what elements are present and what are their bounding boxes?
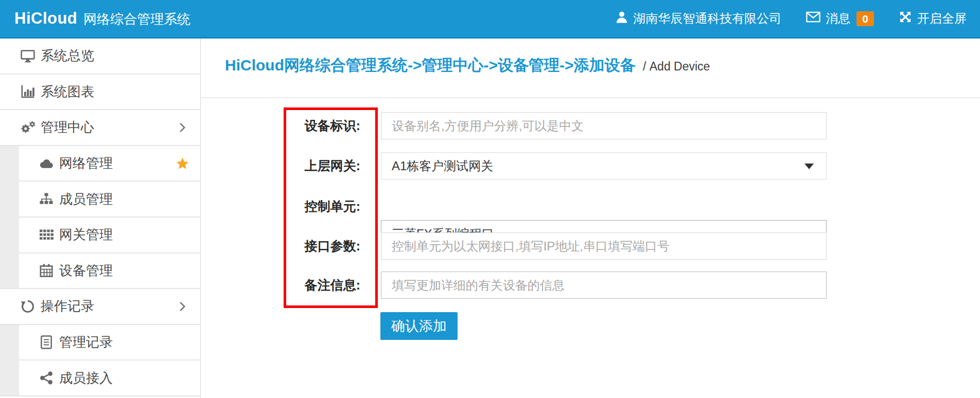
account-menu[interactable]: 湖南华辰智通科技有限公司 (616, 10, 781, 27)
device-id-input[interactable] (381, 112, 827, 139)
main-content: HiCloud网络综合管理系统->管理中心->设备管理->添加设备 / Add … (201, 39, 980, 398)
sidebar-item-label: 操作记录 (41, 297, 94, 315)
breadcrumb-path[interactable]: HiCloud网络综合管理系统->管理中心->设备管理->添加设备 (225, 57, 636, 74)
header-actions: 湖南华辰智通科技有限公司 消息 0 开启全屏 (591, 10, 980, 27)
control-unit-label: 控制单元: (232, 193, 360, 220)
sidebar-item-label: 管理中心 (41, 118, 94, 136)
interface-params-input[interactable] (381, 232, 827, 260)
sidebar-item-gateway-management[interactable]: 网关管理 (0, 218, 200, 254)
app-logo[interactable]: HiCloud 网络综合管理系统 (0, 9, 190, 28)
document-icon (38, 335, 55, 349)
upper-gateway-value: A1栋客户测试网关 (392, 158, 493, 174)
sidebar-item-device-management[interactable]: 设备管理 (0, 254, 200, 290)
sidebar-item-label: 设备管理 (59, 262, 113, 280)
remarks-input[interactable] (381, 272, 827, 299)
sidebar-item-label: 成员管理 (59, 190, 113, 208)
fullscreen-icon (899, 10, 917, 27)
share-icon (38, 371, 55, 385)
sidebar-item-operation-records[interactable]: 操作记录 (0, 289, 200, 325)
upper-gateway-select[interactable]: A1栋客户测试网关 (381, 152, 827, 179)
chevron-right-icon (179, 301, 186, 312)
sidebar-item-label: 系统总览 (41, 47, 94, 65)
sidebar-item-label: 成员接入 (59, 369, 113, 387)
caret-down-icon (804, 164, 814, 169)
sidebar-item-member-access[interactable]: 成员接入 (0, 360, 200, 396)
fullscreen-label: 开启全屏 (917, 10, 967, 27)
device-id-label: 设备标识: (232, 112, 360, 139)
top-bar: HiCloud 网络综合管理系统 湖南华辰智通科技有限公司 消息 0 开启全屏 (0, 0, 980, 39)
user-icon (616, 11, 633, 26)
sidebar-item-network-management[interactable]: 网络管理 (0, 146, 200, 182)
submenu-indent (0, 146, 19, 181)
fullscreen-button[interactable]: 开启全屏 (899, 10, 967, 27)
messages-count-badge: 0 (856, 11, 874, 26)
interface-params-label: 接口参数: (232, 232, 360, 260)
sidebar-item-management-records[interactable]: 管理记录 (0, 325, 200, 361)
sidebar: 系统总览 系统图表 (0, 39, 201, 398)
brand-name: HiCloud (14, 9, 77, 28)
monitor-icon (19, 49, 37, 63)
breadcrumb-suffix: / Add Device (643, 60, 710, 73)
confirm-add-button[interactable]: 确认添加 (380, 312, 458, 340)
sidebar-item-system-overview[interactable]: 系统总览 (0, 39, 200, 75)
calendar-icon (38, 264, 55, 277)
sidebar-item-management-center[interactable]: 管理中心 (0, 110, 200, 146)
gears-icon (19, 120, 37, 135)
chevron-right-icon (179, 122, 186, 133)
submenu-indent (0, 325, 19, 360)
sitemap-icon (38, 193, 55, 205)
star-icon (176, 157, 189, 170)
submenu-indent (0, 359, 19, 395)
messages-button[interactable]: 消息 0 (806, 10, 874, 27)
history-icon (19, 299, 37, 314)
grid-icon (38, 229, 55, 240)
sidebar-item-label: 网络管理 (59, 154, 113, 172)
sidebar-item-label: 管理记录 (59, 333, 113, 351)
sidebar-item-member-management[interactable]: 成员管理 (0, 182, 200, 218)
sidebar-item-label: 系统图表 (41, 83, 94, 101)
company-name: 湖南华辰智通科技有限公司 (633, 10, 781, 27)
upper-gateway-label: 上层网关: (232, 152, 360, 179)
submenu-indent (0, 180, 19, 216)
breadcrumb: HiCloud网络综合管理系统->管理中心->设备管理->添加设备 / Add … (225, 55, 710, 76)
bar-chart-icon (19, 84, 37, 99)
brand-subtitle: 网络综合管理系统 (83, 10, 190, 28)
remarks-label: 备注信息: (232, 272, 360, 299)
sidebar-item-system-charts[interactable]: 系统图表 (0, 75, 200, 111)
content-divider (201, 97, 980, 98)
cloud-icon (38, 158, 55, 169)
messages-label: 消息 (826, 10, 850, 27)
submenu-indent (0, 216, 19, 252)
sidebar-item-label: 网关管理 (59, 226, 113, 244)
submenu-indent (0, 252, 19, 288)
envelope-icon (806, 11, 826, 26)
